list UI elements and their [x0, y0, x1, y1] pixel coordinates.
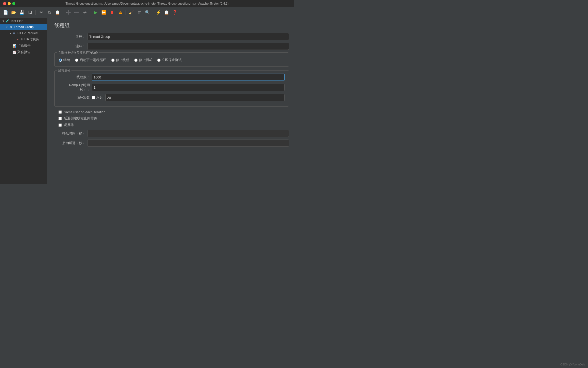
- shutdown-button[interactable]: ⏏: [117, 9, 124, 16]
- thread-props-title: 线程属性: [57, 68, 71, 73]
- http-header-icon: ✂: [16, 38, 20, 42]
- radio-stop-now[interactable]: 立即停止测试: [157, 58, 182, 62]
- clear-button[interactable]: 🧹: [128, 9, 135, 16]
- loop-count-label: 循环次数: [59, 95, 92, 100]
- list-button[interactable]: 📋: [163, 9, 170, 16]
- duration-row: 持续时间（秒）: [54, 130, 289, 137]
- sidebar-item-thread-group[interactable]: ▼ ⚙ Thread Group: [0, 24, 47, 30]
- same-user-checkbox[interactable]: [58, 110, 62, 114]
- thread-group-icon: ⚙: [9, 25, 13, 29]
- radio-continue-label: 继续: [63, 58, 70, 62]
- radio-stop-test-label: 停止测试: [139, 58, 152, 62]
- loop-count-input[interactable]: [105, 94, 285, 101]
- remove-button[interactable]: ➖: [73, 9, 80, 16]
- radio-start-next-label: 启动下一进程循环: [80, 58, 106, 62]
- delay-thread-checkbox[interactable]: [58, 117, 62, 120]
- ramp-up-label: Ramp-Up时间（秒）：: [59, 83, 92, 92]
- toggle-test-plan[interactable]: ▼: [2, 19, 5, 23]
- sidebar-item-http-header[interactable]: ▼ ✂ HTTP信息头管理器: [0, 36, 47, 43]
- startup-delay-input[interactable]: [88, 140, 289, 147]
- name-input[interactable]: [88, 33, 289, 40]
- comment-input[interactable]: [88, 43, 289, 50]
- stop-button[interactable]: ⏹: [108, 9, 116, 16]
- start-no-pause-button[interactable]: ⏩: [100, 9, 107, 16]
- name-label: 名称：: [54, 34, 88, 39]
- name-row: 名称：: [54, 33, 289, 40]
- toggle-thread-group[interactable]: ▼: [5, 25, 9, 29]
- comment-label: 注释：: [54, 44, 88, 49]
- main-layout: ▼ 🧪 Test Plan ▼ ⚙ Thread Group ▼ ✏ HTTP …: [0, 18, 294, 184]
- test-plan-icon: 🧪: [5, 19, 9, 23]
- sidebar-item-summary-report[interactable]: ▼ 📊 汇总报告: [0, 43, 47, 49]
- delay-thread-label[interactable]: 延迟创建线程直到需要: [64, 116, 97, 121]
- sep2: [63, 10, 63, 15]
- thread-props-section: 线程属性 线程数： Ramp-Up时间（秒）： 循环次数 永远: [54, 70, 289, 107]
- comment-row: 注释：: [54, 43, 289, 50]
- radio-stop-test[interactable]: 停止测试: [134, 58, 152, 62]
- sep1: [35, 10, 36, 15]
- startup-delay-label: 启动延迟（秒）: [54, 141, 88, 145]
- search-toolbar-button[interactable]: 🔍: [144, 9, 151, 16]
- radio-stop-thread-label: 停止线程: [116, 58, 129, 62]
- thread-count-label: 线程数：: [59, 75, 92, 79]
- delay-thread-row: 延迟创建线程直到需要: [54, 116, 289, 121]
- minimize-button[interactable]: [8, 2, 11, 5]
- clear-all-button[interactable]: 🗑: [136, 9, 143, 16]
- cut-button[interactable]: ✂: [38, 9, 45, 16]
- copy-button[interactable]: ⧉: [46, 9, 53, 16]
- radio-stop-now-label: 立即停止测试: [162, 58, 182, 62]
- scheduler-checkbox[interactable]: [58, 123, 62, 127]
- save-button[interactable]: 💾: [18, 9, 26, 16]
- duration-label: 持续时间（秒）: [54, 131, 88, 136]
- sidebar-item-test-plan[interactable]: ▼ 🧪 Test Plan: [0, 18, 47, 24]
- http-header-label: HTTP信息头管理器: [21, 37, 45, 42]
- sep4: [126, 10, 126, 15]
- forever-checkbox[interactable]: [92, 96, 95, 99]
- error-action-title: 在取样器错误后要执行的动作: [57, 51, 99, 55]
- aggregate-report-icon: 📈: [12, 50, 16, 54]
- panel-title: 线程组: [54, 22, 289, 29]
- new-button[interactable]: 📄: [2, 9, 9, 16]
- sidebar-item-http-request[interactable]: ▼ ✏ HTTP Request: [0, 30, 47, 36]
- start-button[interactable]: ▶: [92, 9, 99, 16]
- paste-button[interactable]: 📋: [54, 9, 61, 16]
- thread-count-row: 线程数：: [59, 74, 285, 81]
- content-panel: 线程组 名称： 注释： 在取样器错误后要执行的动作 继续 启动下一进程循环: [49, 18, 294, 184]
- loop-count-row: 循环次数 永远: [59, 94, 285, 101]
- save-as-button[interactable]: 🖫: [27, 9, 34, 16]
- window-title: Thread Group question.jmx (/Users/mac/Do…: [66, 2, 229, 5]
- sidebar-item-aggregate-report[interactable]: ▼ 📈 聚合报告: [0, 49, 47, 55]
- sidebar: ▼ 🧪 Test Plan ▼ ⚙ Thread Group ▼ ✏ HTTP …: [0, 18, 47, 184]
- duration-input[interactable]: [88, 130, 289, 137]
- forever-label[interactable]: 永远: [96, 95, 103, 100]
- toggle-http-request[interactable]: ▼: [9, 31, 12, 35]
- same-user-label[interactable]: Same user on each iteration: [64, 110, 105, 114]
- same-user-row: Same user on each iteration: [54, 110, 289, 114]
- summary-report-icon: 📊: [12, 44, 16, 48]
- remote-start-button[interactable]: ⚡: [155, 9, 162, 16]
- help-button[interactable]: ❓: [171, 9, 178, 16]
- summary-report-label: 汇总报告: [17, 44, 31, 48]
- window-controls: [3, 2, 15, 5]
- sidebar-resize-handle[interactable]: ⋮: [47, 18, 49, 184]
- scheduler-row: 调度器: [54, 123, 289, 127]
- thread-count-input[interactable]: [92, 74, 285, 81]
- radio-stop-thread[interactable]: 停止线程: [111, 58, 129, 62]
- scheduler-label[interactable]: 调度器: [64, 123, 74, 127]
- maximize-button[interactable]: [12, 2, 15, 5]
- test-plan-label: Test Plan: [10, 19, 23, 23]
- forever-check: 永远: [92, 95, 103, 100]
- startup-delay-row: 启动延迟（秒）: [54, 140, 289, 147]
- radio-group: 继续 启动下一进程循环 停止线程 停止测试 立即停止测试: [59, 56, 285, 63]
- thread-group-label: Thread Group: [14, 25, 34, 29]
- error-action-section: 在取样器错误后要执行的动作 继续 启动下一进程循环 停止线程 停止测试: [54, 52, 289, 67]
- merge-button[interactable]: ⇌: [81, 9, 88, 16]
- radio-continue[interactable]: 继续: [59, 58, 70, 62]
- open-button[interactable]: 📂: [10, 9, 17, 16]
- add-button[interactable]: ➕: [65, 9, 72, 16]
- http-request-label: HTTP Request: [17, 31, 38, 35]
- radio-start-next[interactable]: 启动下一进程循环: [75, 58, 106, 62]
- http-request-icon: ✏: [12, 31, 16, 35]
- ramp-up-input[interactable]: [92, 84, 285, 91]
- close-button[interactable]: [3, 2, 6, 5]
